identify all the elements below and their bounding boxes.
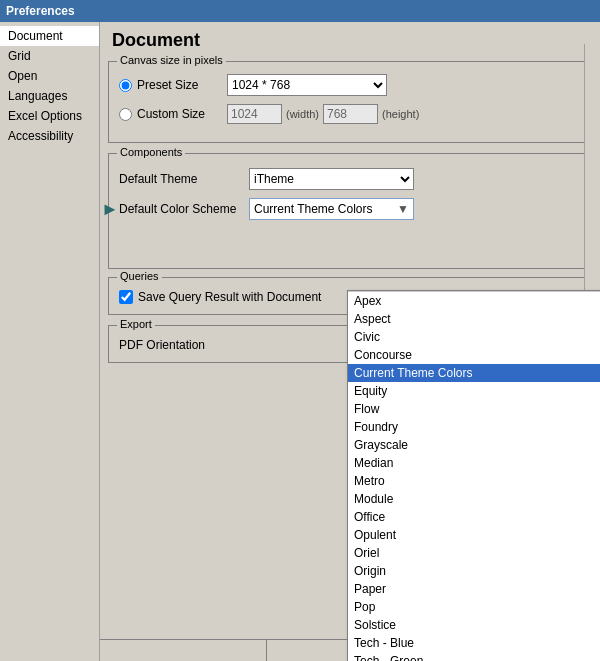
custom-radio-label: Custom Size xyxy=(137,107,227,121)
canvas-size-group: Canvas size in pixels Preset Size 1024 *… xyxy=(108,61,592,143)
dropdown-item-civic[interactable]: Civic xyxy=(348,328,600,346)
save-query-checkbox[interactable] xyxy=(119,290,133,304)
custom-radio[interactable] xyxy=(119,108,132,121)
dropdown-arrow-icon: ▼ xyxy=(397,202,409,216)
content-area: Document Canvas size in pixels Preset Si… xyxy=(100,22,600,661)
dropdown-item-flow[interactable]: Flow xyxy=(348,400,600,418)
dropdown-item-metro[interactable]: Metro xyxy=(348,472,600,490)
dropdown-item-current-theme-colors[interactable]: Current Theme Colors xyxy=(348,364,600,382)
dropdown-item-apex[interactable]: Apex xyxy=(348,292,600,310)
dropdown-item-oriel[interactable]: Oriel xyxy=(348,544,600,562)
components-group-label: Components xyxy=(117,146,185,158)
status-segment-1 xyxy=(100,640,267,661)
width-input[interactable]: 1024 xyxy=(227,104,282,124)
dropdown-item-pop[interactable]: Pop xyxy=(348,598,600,616)
dropdown-item-paper[interactable]: Paper xyxy=(348,580,600,598)
dropdown-item-grayscale[interactable]: Grayscale xyxy=(348,436,600,454)
queries-group-label: Queries xyxy=(117,270,162,282)
dropdown-item-office[interactable]: Office xyxy=(348,508,600,526)
preset-select[interactable]: 1024 * 768 xyxy=(227,74,387,96)
preset-radio-label: Preset Size xyxy=(137,78,227,92)
dropdown-item-tech-blue[interactable]: Tech - Blue xyxy=(348,634,600,652)
theme-label: Default Theme xyxy=(119,172,249,186)
sidebar-item-document[interactable]: Document xyxy=(0,26,99,46)
sidebar-item-excel-options[interactable]: Excel Options xyxy=(0,106,99,126)
dropdown-item-aspect[interactable]: Aspect xyxy=(348,310,600,328)
page-title: Document xyxy=(108,30,592,51)
dropdown-item-equity[interactable]: Equity xyxy=(348,382,600,400)
pdf-orientation-label: PDF Orientation xyxy=(119,338,205,352)
sidebar-item-languages[interactable]: Languages xyxy=(0,86,99,106)
title-label: Preferences xyxy=(6,4,75,18)
color-scheme-dropdown-header[interactable]: Current Theme Colors ▼ xyxy=(249,198,414,220)
canvas-group-label: Canvas size in pixels xyxy=(117,54,226,66)
title-bar: Preferences xyxy=(0,0,600,22)
components-group: Components Default Theme iTheme ► Defaul… xyxy=(108,153,592,269)
color-scheme-dropdown[interactable]: Apex Aspect Civic Concourse Current Them… xyxy=(347,290,600,661)
dropdown-item-concourse[interactable]: Concourse xyxy=(348,346,600,364)
sidebar-item-accessibility[interactable]: Accessibility xyxy=(0,126,99,146)
save-query-label: Save Query Result with Document xyxy=(138,290,321,304)
sidebar-item-grid[interactable]: Grid xyxy=(0,46,99,66)
preset-radio[interactable] xyxy=(119,79,132,92)
height-input[interactable]: 768 xyxy=(323,104,378,124)
sidebar-item-open[interactable]: Open xyxy=(0,66,99,86)
dropdown-item-foundry[interactable]: Foundry xyxy=(348,418,600,436)
dropdown-list: Apex Aspect Civic Concourse Current Them… xyxy=(348,291,600,661)
dropdown-item-solstice[interactable]: Solstice xyxy=(348,616,600,634)
sidebar: Document Grid Open Languages Excel Optio… xyxy=(0,22,100,661)
dropdown-item-module[interactable]: Module xyxy=(348,490,600,508)
height-label: (height) xyxy=(382,108,419,120)
color-scheme-value: Current Theme Colors xyxy=(254,202,373,216)
dropdown-item-opulent[interactable]: Opulent xyxy=(348,526,600,544)
width-label: (width) xyxy=(286,108,319,120)
dropdown-item-median[interactable]: Median xyxy=(348,454,600,472)
theme-select[interactable]: iTheme xyxy=(249,168,414,190)
dropdown-item-origin[interactable]: Origin xyxy=(348,562,600,580)
color-scheme-label: Default Color Scheme xyxy=(119,202,249,216)
export-group-label: Export xyxy=(117,318,155,330)
dropdown-item-tech-green[interactable]: Tech - Green xyxy=(348,652,600,661)
